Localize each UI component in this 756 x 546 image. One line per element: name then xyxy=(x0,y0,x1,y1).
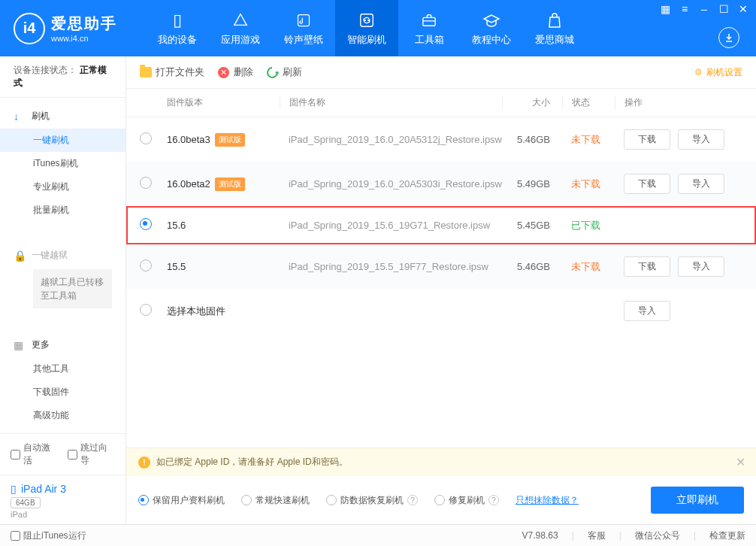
wechat-link[interactable]: 微信公众号 xyxy=(635,529,680,542)
version-text: 15.6 xyxy=(167,220,186,231)
download-button[interactable]: 下载 xyxy=(624,256,670,277)
sidebar-item-download[interactable]: 下载固件 xyxy=(0,381,125,404)
import-button[interactable]: 导入 xyxy=(678,129,724,150)
import-button[interactable]: 导入 xyxy=(678,174,724,194)
flash-now-button[interactable]: 立即刷机 xyxy=(651,487,744,514)
firmware-table: 16.0beta3测试版iPad_Spring_2019_16.0_20A531… xyxy=(126,117,756,333)
help-icon[interactable]: ? xyxy=(407,495,418,505)
jailbreak-notice: 越狱工具已转移至工具箱 xyxy=(33,269,112,308)
nav-apps[interactable]: 应用游戏 xyxy=(209,0,272,56)
close-notice-button[interactable]: ✕ xyxy=(736,455,745,469)
sidebar-item-oneclick[interactable]: 一键刷机 xyxy=(0,129,125,152)
beta-badge: 测试版 xyxy=(215,177,245,191)
status-label: 设备连接状态： xyxy=(14,65,77,75)
list-icon[interactable]: ≡ xyxy=(678,3,691,15)
footer: 阻止iTunes运行 V7.98.63 | 客服 | 微信公众号 | 检查更新 xyxy=(0,524,756,546)
group-label: 一键越狱 xyxy=(32,249,68,262)
minimize-icon[interactable]: – xyxy=(697,3,711,15)
firmware-name: iPad_Spring_2019_16.0_20A5312j_Restore.i… xyxy=(280,134,502,145)
menu-icon[interactable]: ▦ xyxy=(658,3,672,15)
sidebar-item-pro[interactable]: 专业刷机 xyxy=(0,175,125,199)
firmware-size: 5.45GB xyxy=(502,220,562,231)
window-controls: ▦ ≡ – ☐ ✕ xyxy=(658,3,750,15)
delete-button[interactable]: ✕删除 xyxy=(218,65,253,79)
radio-icon xyxy=(138,495,149,505)
radio-icon[interactable] xyxy=(140,259,152,271)
firmware-row[interactable]: 16.0beta3测试版iPad_Spring_2019_16.0_20A531… xyxy=(126,117,756,162)
nav-tutorials[interactable]: 教程中心 xyxy=(460,0,523,56)
nav-store[interactable]: 爱思商城 xyxy=(523,0,586,56)
table-header: 固件版本 固件名称 大小 状态 操作 xyxy=(126,89,756,117)
update-link[interactable]: 检查更新 xyxy=(709,529,745,542)
local-firmware-row[interactable]: 选择本地固件导入 xyxy=(126,289,756,333)
maximize-icon[interactable]: ☐ xyxy=(717,3,730,15)
help-icon[interactable]: ? xyxy=(488,495,499,505)
toolbar: 打开文件夹 ✕删除 刷新 ⚙刷机设置 xyxy=(126,56,756,89)
nav-label: 我的设备 xyxy=(158,33,197,47)
header-status: 状态 xyxy=(562,96,615,109)
download-button[interactable]: 下载 xyxy=(624,174,670,194)
firmware-row[interactable]: 15.5iPad_Spring_2019_15.5_19F77_Restore.… xyxy=(126,244,756,289)
device-capacity: 64GB xyxy=(11,497,41,508)
sidebar-item-itunes[interactable]: iTunes刷机 xyxy=(0,152,125,175)
nav-label: 应用游戏 xyxy=(221,33,260,47)
radio-icon[interactable] xyxy=(140,218,152,230)
opt-repair[interactable]: 修复刷机? xyxy=(434,494,499,507)
service-link[interactable]: 客服 xyxy=(588,529,606,542)
nav-label: 工具箱 xyxy=(415,33,444,47)
music-icon xyxy=(296,11,311,30)
device-info[interactable]: ▯ iPad Air 3 64GB iPad xyxy=(0,475,125,526)
flash-settings-button[interactable]: ⚙刷机设置 xyxy=(694,66,742,79)
opt-anti-recovery[interactable]: 防数据恢复刷机? xyxy=(326,494,418,507)
sidebar-item-advanced[interactable]: 高级功能 xyxy=(0,404,125,427)
lock-icon: 🔒 xyxy=(14,250,26,262)
bag-icon xyxy=(547,11,562,30)
auto-activate-checkbox[interactable]: 自动激活 xyxy=(11,441,57,467)
app-url: www.i4.cn xyxy=(51,34,117,43)
nav-label: 教程中心 xyxy=(472,33,511,47)
sidebar-more-group[interactable]: ▦ 更多 xyxy=(0,332,125,357)
radio-icon xyxy=(241,495,252,505)
firmware-row[interactable]: 16.0beta2测试版iPad_Spring_2019_16.0_20A530… xyxy=(126,162,756,206)
logo-icon: i4 xyxy=(14,13,45,44)
download-button[interactable]: 下载 xyxy=(624,129,670,150)
download-button[interactable] xyxy=(718,27,739,48)
nav-label: 智能刷机 xyxy=(347,33,386,47)
opt-keep-data[interactable]: 保留用户资料刷机 xyxy=(138,494,225,507)
import-button[interactable]: 导入 xyxy=(678,256,724,277)
version-text: 16.0beta3 xyxy=(167,134,210,145)
firmware-name: iPad_Spring_2019_16.0_20A5303i_Restore.i… xyxy=(280,178,502,190)
radio-icon[interactable] xyxy=(140,177,152,189)
import-button[interactable]: 导入 xyxy=(624,301,670,321)
gear-icon: ⚙ xyxy=(694,67,703,77)
nav-ringtones[interactable]: 铃声壁纸 xyxy=(272,0,335,56)
beta-badge: 测试版 xyxy=(215,133,245,147)
sidebar: 设备连接状态：正常模式 ↓ 刷机 一键刷机 iTunes刷机 专业刷机 批量刷机… xyxy=(0,56,126,524)
folder-icon xyxy=(140,67,152,77)
nav-label: 铃声壁纸 xyxy=(284,33,323,47)
sidebar-flash-group[interactable]: ↓ 刷机 xyxy=(0,104,125,129)
opt-normal[interactable]: 常规快速刷机 xyxy=(241,494,310,507)
radio-icon[interactable] xyxy=(140,304,152,316)
delete-icon: ✕ xyxy=(218,67,229,78)
toolbox-icon xyxy=(421,11,437,30)
header-name: 固件名称 xyxy=(280,96,502,109)
version-text: 15.5 xyxy=(167,261,186,272)
sidebar-item-batch[interactable]: 批量刷机 xyxy=(0,199,125,222)
skip-guide-checkbox[interactable]: 跳过向导 xyxy=(68,441,114,467)
sidebar-item-other[interactable]: 其他工具 xyxy=(0,357,125,381)
erase-link[interactable]: 只想抹除数据？ xyxy=(516,494,579,507)
header-actions: 操作 xyxy=(615,96,742,109)
firmware-status: 未下载 xyxy=(562,260,615,274)
refresh-button[interactable]: 刷新 xyxy=(267,65,302,79)
open-folder-button[interactable]: 打开文件夹 xyxy=(140,65,204,79)
firmware-row[interactable]: 15.6iPad_Spring_2019_15.6_19G71_Restore.… xyxy=(126,206,756,244)
close-icon[interactable]: ✕ xyxy=(736,3,750,15)
app-header: i4 爱思助手 www.i4.cn ▯ 我的设备 应用游戏 铃声壁纸 智能刷机 … xyxy=(0,0,756,56)
nav-flash[interactable]: 智能刷机 xyxy=(335,0,398,56)
nav-my-device[interactable]: ▯ 我的设备 xyxy=(146,0,209,56)
radio-icon[interactable] xyxy=(140,132,152,144)
firmware-size: 5.46GB xyxy=(502,134,562,145)
block-itunes-checkbox[interactable]: 阻止iTunes运行 xyxy=(11,529,86,542)
nav-toolbox[interactable]: 工具箱 xyxy=(398,0,460,56)
